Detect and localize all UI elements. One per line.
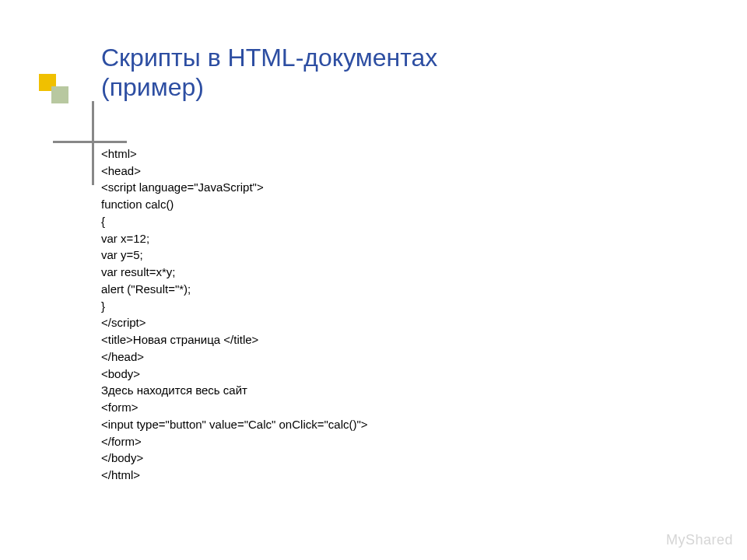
code-line: </body> bbox=[101, 450, 747, 467]
slide-title: Скрипты в HTML-документах (пример) bbox=[101, 43, 716, 103]
code-line: var result=x*y; bbox=[101, 264, 747, 281]
code-line: alert ("Result="*); bbox=[101, 281, 747, 298]
horizontal-line-icon bbox=[53, 141, 127, 143]
code-line: <input type="button" value="Calc" onClic… bbox=[101, 416, 747, 433]
code-line: Здесь находится весь сайт bbox=[101, 382, 747, 399]
code-line: } bbox=[101, 298, 747, 315]
code-line: var y=5; bbox=[101, 247, 747, 264]
code-example: <html> <head> <script language="JavaScri… bbox=[101, 145, 747, 484]
watermark: MyShared bbox=[666, 532, 733, 548]
title-line-1: Скрипты в HTML-документах bbox=[101, 43, 716, 72]
code-line: <title>Новая страница </title> bbox=[101, 331, 747, 348]
code-line: <script language="JavaScript"> bbox=[101, 179, 747, 196]
code-line: { bbox=[101, 213, 747, 230]
code-line: </script> bbox=[101, 314, 747, 331]
code-line: var x=12; bbox=[101, 230, 747, 247]
code-line: <form> bbox=[101, 399, 747, 416]
decorative-graphic bbox=[31, 58, 109, 152]
slide: Скрипты в HTML-документах (пример) <html… bbox=[0, 0, 747, 560]
code-line: function calc() bbox=[101, 196, 747, 213]
code-line: </form> bbox=[101, 433, 747, 450]
vertical-line-icon bbox=[92, 101, 94, 185]
square-yellow-icon bbox=[39, 74, 56, 91]
square-green-icon bbox=[51, 86, 68, 103]
code-line: <html> bbox=[101, 145, 747, 163]
code-line: </html> bbox=[101, 467, 747, 484]
code-line: <head> bbox=[101, 163, 747, 180]
code-line: <body> bbox=[101, 366, 747, 383]
title-line-2: (пример) bbox=[101, 72, 716, 102]
code-line: </head> bbox=[101, 348, 747, 366]
